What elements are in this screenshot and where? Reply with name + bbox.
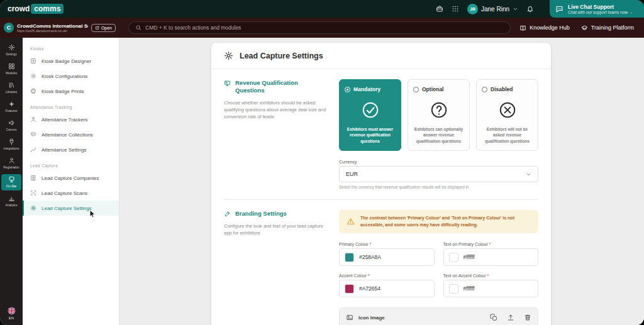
sidebar-item-attendance-trackers[interactable]: Attendance Trackers: [23, 112, 119, 127]
sidebar-section-lead-capture: Lead Capture: [23, 157, 119, 170]
megaphone-icon: [8, 119, 15, 126]
sidebar-item-kiosk-badge-prints[interactable]: Kiosk Badge Prints: [23, 84, 119, 99]
warning-triangle-icon: [347, 218, 355, 226]
radio-disabled[interactable]: [482, 87, 487, 92]
option-card-disabled[interactable]: Disabled Exhibitors will not be asked re…: [476, 79, 538, 151]
option-card-optional[interactable]: Optional Exhibitors can optionally answe…: [408, 79, 470, 151]
text-on-accent-colour-input[interactable]: #ffffff: [443, 280, 539, 297]
question-circle-icon: [430, 101, 448, 119]
person-icon: [30, 116, 36, 123]
required-marker: *: [368, 273, 370, 278]
nav-rail: Settings Modules Libraries Features Comm…: [0, 38, 23, 325]
app-name: CrowdComms International Su...: [17, 23, 88, 29]
settings-card: Lead Capture Settings Revenue Qualificat…: [211, 43, 551, 325]
primary-colour-swatch: [345, 253, 354, 262]
layers-icon: [30, 131, 36, 138]
external-link-icon: [95, 26, 99, 30]
required-marker: *: [370, 242, 372, 246]
training-platform-link[interactable]: Training Platform: [581, 25, 634, 31]
sidebar-item-lead-capture-settings[interactable]: Lead Capture Settings: [23, 201, 119, 216]
sidebar-item-lead-capture-scans[interactable]: Lead Capture Scans: [23, 185, 119, 201]
chevron-down-icon: [513, 6, 518, 12]
bar-chart-icon: [8, 195, 15, 202]
rail-item-comms[interactable]: Comms: [1, 118, 21, 134]
rail-item-settings[interactable]: Settings: [1, 42, 21, 58]
rail-item-modules[interactable]: Modules: [1, 61, 21, 77]
sidebar-item-kiosk-badge-designer[interactable]: Kiosk Badge Designer: [23, 53, 119, 69]
rail-item-libraries[interactable]: Libraries: [1, 80, 21, 96]
search-input[interactable]: [145, 25, 504, 31]
building-icon: [30, 175, 36, 181]
currency-label: Currency: [339, 160, 538, 164]
route-icon: [30, 146, 36, 153]
gear-icon: [30, 73, 36, 79]
gear-icon: [8, 44, 15, 51]
rail-item-analytics[interactable]: Analytics: [1, 193, 21, 209]
notifications-bell-icon[interactable]: [526, 5, 534, 13]
icon-image-label: Icon Image: [358, 315, 385, 321]
app-bar: C CrowdComms International Su... https:/…: [0, 18, 644, 38]
apps-grid-icon[interactable]: [452, 5, 459, 13]
language-label: EN: [9, 316, 14, 320]
text-on-primary-colour-swatch: [449, 253, 458, 262]
chat-subtitle: Chat with our support teams now →: [568, 10, 633, 14]
required-marker: *: [487, 273, 489, 278]
logo-text-comms: comms: [31, 4, 64, 14]
currency-value: EUR: [346, 171, 358, 177]
branding-section-title: Branding Settings: [224, 210, 328, 218]
check-circle-icon: [361, 101, 380, 119]
global-search[interactable]: [128, 21, 511, 34]
colour-fields: Primary Colour * #258A8A Text: [339, 242, 538, 297]
trash-icon[interactable]: [524, 314, 531, 321]
printer-icon: [30, 88, 36, 94]
accent-colour-swatch: [345, 284, 354, 294]
person-icon: [8, 157, 15, 164]
sidebar-item-lead-capture-companies[interactable]: Lead Capture Companies: [23, 170, 119, 185]
book-icon: [519, 25, 526, 31]
live-chat-support-panel[interactable]: Live Chat Support Chat with our support …: [550, 0, 644, 18]
upload-icon[interactable]: [507, 314, 514, 321]
chat-bubble-icon: [555, 5, 564, 13]
library-books-icon: [8, 82, 15, 89]
sidebar-section-attendance-tracking: Attendance Tracking: [23, 99, 119, 112]
user-menu[interactable]: JR Jane Rinn: [467, 4, 518, 14]
branding-section-description: Configure the look and feel of your lead…: [224, 223, 328, 237]
app-window: crowd comms JR Jane Rinn Live Chat Suppo…: [0, 0, 644, 325]
option-card-mandatory[interactable]: Mandatory Exhibitors must answer revenue…: [339, 79, 401, 151]
main-content: Lead Capture Settings Revenue Qualificat…: [119, 38, 644, 325]
radio-optional[interactable]: [413, 87, 419, 92]
text-on-primary-colour-input[interactable]: #ffffff: [443, 248, 539, 266]
sparkle-icon: [8, 101, 15, 107]
briefcase-icon[interactable]: [436, 5, 443, 13]
kiosk-icon: [8, 176, 15, 183]
top-bar: crowd comms JR Jane Rinn Live Chat Suppo…: [0, 0, 644, 18]
gear-icon: [224, 51, 233, 60]
language-switcher[interactable]: EN: [8, 307, 16, 320]
app-url: https://cs25.danielcornock.co.uk/: [17, 29, 88, 33]
avatar: JR: [467, 4, 478, 14]
chevron-down-icon: [526, 172, 531, 177]
knowledge-hub-link[interactable]: Knowledge Hub: [519, 25, 570, 31]
sidebar-item-attendance-settings[interactable]: Attendance Settings: [23, 142, 119, 157]
text-on-primary-colour-field: Text on Primary Colour * #ffffff: [443, 242, 539, 266]
sidebar-item-kiosk-configurations[interactable]: Kiosk Configurations: [23, 69, 119, 84]
currency-select[interactable]: EUR: [339, 166, 538, 182]
contrast-warning-banner: The contrast between 'Primary Colour' an…: [339, 210, 538, 233]
radio-mandatory[interactable]: [345, 87, 350, 92]
copy-icon[interactable]: [490, 314, 497, 321]
rail-item-features[interactable]: Features: [1, 99, 21, 115]
rail-item-on-site[interactable]: On-Site: [1, 174, 21, 190]
accent-colour-input[interactable]: #A72654: [339, 280, 435, 297]
icon-image-row: Icon Image: [339, 307, 538, 325]
primary-colour-input[interactable]: #258A8A: [339, 248, 435, 266]
sidebar-item-attendance-collections[interactable]: Attendance Collections: [23, 127, 119, 142]
rail-item-registration[interactable]: Registration: [1, 155, 21, 172]
sidebar-section-kiosks: Kiosks: [23, 40, 119, 53]
revenue-qualification-section: Revenue Qualification Questions Choose w…: [224, 79, 538, 189]
mouse-cursor: [88, 207, 97, 221]
open-app-button[interactable]: Open: [91, 24, 116, 32]
badge-icon: [30, 58, 36, 64]
graduation-cap-icon: [581, 25, 588, 31]
rail-item-integrations[interactable]: Integrations: [1, 136, 21, 153]
primary-colour-field: Primary Colour * #258A8A: [339, 242, 435, 266]
